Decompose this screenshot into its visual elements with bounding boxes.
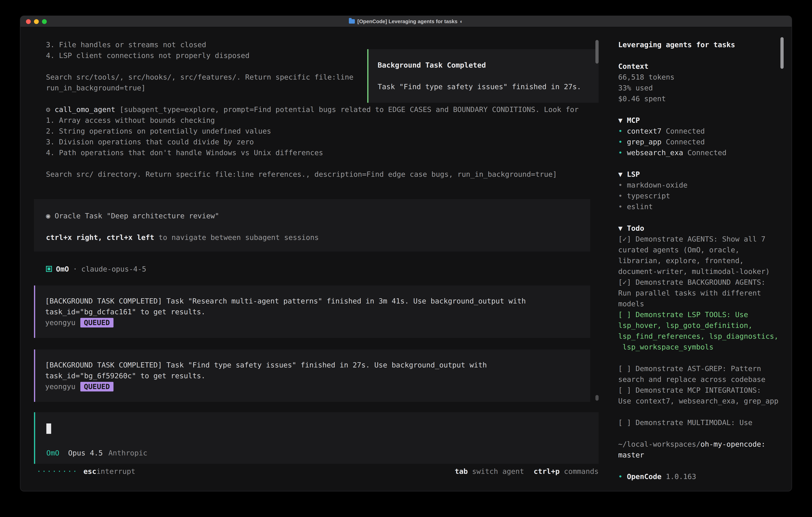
terminal-line: Search src/ directory. Return specific f… xyxy=(46,169,602,180)
sidebar-scrollbar-thumb[interactable] xyxy=(780,37,784,69)
bullet-icon: • xyxy=(618,472,622,481)
traffic-lights xyxy=(26,16,47,27)
terminal-line: 3. File handles or streams not closed xyxy=(46,39,602,50)
message-text: [BACKGROUND TASK COMPLETED] Task "Resear… xyxy=(45,296,582,306)
context-tokens: 66,518 tokens xyxy=(618,72,784,82)
workspace-branch: master xyxy=(618,450,784,460)
app-version: • OpenCode 1.0.163 xyxy=(618,471,784,482)
status-badge: QUEUED xyxy=(80,382,114,391)
agent-header: OmO · claude-opus-4-5 xyxy=(46,264,602,274)
terminal-line xyxy=(46,158,602,169)
separator-dot: · xyxy=(73,264,77,274)
text-cursor xyxy=(46,424,51,434)
oracle-task-panel: ◉ Oracle Task "Deep architecture review"… xyxy=(34,199,590,251)
sidebar: Leveraging agents for tasks Context 66,5… xyxy=(602,27,792,491)
bullet-icon: • xyxy=(618,181,622,189)
gear-icon: ⚙ xyxy=(46,105,50,113)
lsp-item: • markdown-oxide xyxy=(618,180,784,190)
todo-item: [ ] Demonstrate MCP INTEGRATIONS: Use co… xyxy=(618,385,784,406)
chevron-down-icon: ▼ xyxy=(618,224,622,232)
message-user: yeongyu xyxy=(45,381,76,392)
input-model-name: Opus 4.5 xyxy=(68,447,103,458)
model-selector-row: OmOOpus 4.5Anthropic xyxy=(46,447,599,458)
terminal-main: 3. File handles or streams not closed 4.… xyxy=(20,27,602,491)
todo-item: [✓] Demonstrate BACKGROUND AGENTS: Run p… xyxy=(618,277,784,309)
prompt-input[interactable]: OmOOpus 4.5Anthropic xyxy=(34,412,599,464)
bullet-icon: • xyxy=(618,127,622,135)
input-model-provider: Anthropic xyxy=(108,447,147,458)
ctrlp-key-hint: ctrl+p xyxy=(534,467,560,475)
context-heading: Context xyxy=(618,61,784,72)
mcp-section-heading[interactable]: ▼ MCP xyxy=(618,115,784,126)
spinner-dots-icon: ········ xyxy=(37,466,78,477)
titlebar: [OpenCode] Leveraging agents for tasks ◐ xyxy=(20,16,792,27)
lsp-section-heading[interactable]: ▼ LSP xyxy=(618,169,784,180)
message-text: [BACKGROUND TASK COMPLETED] Task "Find t… xyxy=(45,359,582,370)
status-bar: ········ esc interrupt tab switch agent … xyxy=(20,466,602,477)
terminal-line: 2. String operations on potentially unde… xyxy=(46,126,602,136)
agent-icon xyxy=(46,266,52,272)
tool-args: [subagent_type=explore, prompt=Find pote… xyxy=(120,105,579,113)
todo-section-heading[interactable]: ▼ Todo xyxy=(618,223,784,234)
terminal-line: 1. Array access without bounds checking xyxy=(46,115,602,126)
hint-text: to navigate between subagent sessions xyxy=(158,233,319,242)
bullet-icon: • xyxy=(618,138,622,146)
input-agent-name: OmO xyxy=(46,447,59,458)
session-title: Leveraging agents for tasks xyxy=(618,39,784,50)
tool-name: call_omo_agent xyxy=(55,105,115,113)
app-window: [OpenCode] Leveraging agents for tasks ◐… xyxy=(20,16,792,491)
esc-key-hint: esc xyxy=(83,466,96,477)
desktop: [OpenCode] Leveraging agents for tasks ◐… xyxy=(0,0,812,517)
agent-model: claude-opus-4-5 xyxy=(81,264,146,274)
workspace-path: ~/local-workspaces/oh-my-opencode: xyxy=(618,439,784,450)
main-scrollbar-thumb-lower[interactable] xyxy=(596,395,599,401)
tab-key-label: switch agent xyxy=(472,467,524,475)
mcp-item: • context7 Connected xyxy=(618,126,784,136)
terminal-line: 4. Path operations that don't handle Win… xyxy=(46,147,602,158)
toast-notification: Background Task Completed Task "Find typ… xyxy=(367,49,599,103)
todo-item-active: [ ] Demonstrate LSP TOOLS: Use lsp_hover… xyxy=(618,309,784,352)
context-spent: $0.46 spent xyxy=(618,93,784,104)
notification-title: Background Task Completed xyxy=(378,60,593,71)
tool-call-line: ⚙ call_omo_agent [subagent_type=explore,… xyxy=(46,104,602,115)
navigation-hint: ctrl+x right, ctrl+x left to navigate be… xyxy=(46,232,590,243)
message-text: task_id="bg_dcfac161" to get results. xyxy=(45,306,582,317)
agent-name: OmO xyxy=(56,264,69,274)
todo-item: [ ] Demonstrate AST-GREP: Pattern search… xyxy=(618,363,784,385)
bullet-icon: • xyxy=(618,202,622,211)
oracle-task-title: ◉ Oracle Task "Deep architecture review" xyxy=(46,210,590,221)
notification-body: Task "Find type safety issues" finished … xyxy=(378,81,593,92)
lsp-item: • eslint xyxy=(618,201,784,212)
ctrlp-key-label: commands xyxy=(564,467,599,475)
window-title: [OpenCode] Leveraging agents for tasks xyxy=(357,16,457,27)
bullet-icon: • xyxy=(618,148,622,157)
folder-icon xyxy=(349,19,355,24)
todo-item: [✓] Demonstrate AGENTS: Show all 7 curat… xyxy=(618,234,784,277)
main-scrollbar-thumb[interactable] xyxy=(596,40,599,63)
message-user: yeongyu xyxy=(45,317,76,328)
terminal-line: 3. Division operations that could divide… xyxy=(46,136,602,147)
message-text: task_id="bg_6f59260c" to get results. xyxy=(45,370,582,381)
context-used: 33% used xyxy=(618,82,784,93)
background-task-message: [BACKGROUND TASK COMPLETED] Task "Resear… xyxy=(34,285,590,338)
mcp-item: • grep_app Connected xyxy=(618,136,784,147)
background-task-message: [BACKGROUND TASK COMPLETED] Task "Find t… xyxy=(34,350,590,402)
status-badge: QUEUED xyxy=(80,318,114,327)
tab-key-hint: tab xyxy=(455,467,468,475)
minimize-button[interactable] xyxy=(34,19,39,24)
zoom-button[interactable] xyxy=(42,19,47,24)
session-indicator-icon: ◐ xyxy=(460,16,463,27)
todo-item: [ ] Demonstrate MULTIMODAL: Use xyxy=(618,417,784,428)
hint-keys: ctrl+x right, ctrl+x left xyxy=(46,233,154,242)
chevron-down-icon: ▼ xyxy=(618,116,622,124)
lsp-item: • typescript xyxy=(618,190,784,201)
record-icon: ◉ xyxy=(46,212,50,220)
mcp-item: • websearch_exa Connected xyxy=(618,147,784,158)
window-title-group: [OpenCode] Leveraging agents for tasks ◐ xyxy=(349,16,463,27)
close-button[interactable] xyxy=(26,19,31,24)
bullet-icon: • xyxy=(618,192,622,200)
esc-key-label: interrupt xyxy=(96,466,135,477)
chevron-down-icon: ▼ xyxy=(618,170,622,178)
